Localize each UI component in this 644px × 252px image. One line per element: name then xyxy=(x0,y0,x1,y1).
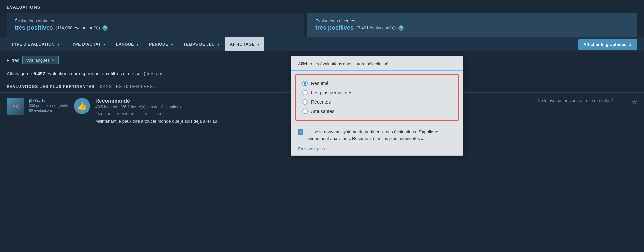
recent-review-box: Évaluations récentes : très positives (3… xyxy=(307,13,637,37)
option-amusantes-label: Amusantes xyxy=(311,109,334,114)
reviews-section-title: ÉVALUATIONS LES PLUS PERTINENTES xyxy=(7,84,95,89)
dropdown-checkbox-section: ✓ Utilise le nouveau système de pertinen… xyxy=(291,126,463,144)
filter-btn-affichage[interactable]: AFFICHAGE ▼ xyxy=(225,37,264,51)
review-thumb-icon: 👍 xyxy=(74,98,90,114)
reviewer-reviews: 89 évaluations xyxy=(29,108,69,112)
recent-review-count: (3,491 évaluation(s)) xyxy=(356,25,396,30)
global-review-value: très positives (174,068 évaluation(s)) ? xyxy=(15,25,296,31)
count-suffix: évaluations correspondant aux filtres ci… xyxy=(45,71,147,76)
dropdown-options: Résumé Les plus pertinentes Récentes Amu… xyxy=(295,74,459,121)
filter-btn-type-eval[interactable]: TYPE D'ÉVALUATION ▼ xyxy=(7,37,64,51)
checkbox-pertinence-text: Utilise le nouveau système de pertinence… xyxy=(306,129,456,142)
filter-btn-periode-label: PÉRIODE xyxy=(149,42,168,47)
global-review-positive: très positives xyxy=(15,25,53,31)
chevron-down-icon: ▼ xyxy=(217,43,220,46)
recent-review-label: Évaluations récentes : xyxy=(315,18,629,23)
filter-tag-langues-label: Vos langues xyxy=(26,58,50,63)
chevron-down-icon: ▼ xyxy=(57,43,60,46)
show-graph-label: Afficher le graphique xyxy=(584,42,626,47)
reviewer-avatar: 🎮 xyxy=(7,98,24,115)
dropdown-option-recentes[interactable]: Récentes xyxy=(302,97,451,107)
reviewer-info: j9r7s.ttv 236 produits enregistrés 89 év… xyxy=(29,98,69,125)
radio-amusantes xyxy=(302,109,308,114)
filter-btn-temps-jeu-label: TEMPS DE JEU xyxy=(183,42,215,47)
show-graph-button[interactable]: Afficher le graphique ⤓ xyxy=(578,39,637,50)
filter-btn-affichage-label: AFFICHAGE xyxy=(230,42,255,47)
radio-recentes xyxy=(302,99,308,105)
affichage-dropdown: Afficher les évaluations dans l'ordre sé… xyxy=(291,56,463,156)
global-review-box: Évaluations globales : très positives (1… xyxy=(7,13,304,37)
review-summary-row: Évaluations globales : très positives (1… xyxy=(0,13,644,37)
option-resume-label: Résumé xyxy=(311,81,328,86)
reviewer-products: 236 produits enregistrés xyxy=(29,104,69,108)
global-review-label: Évaluations globales : xyxy=(15,18,296,23)
dropdown-option-amusantes[interactable]: Amusantes xyxy=(302,107,451,116)
dropdown-option-resume[interactable]: Résumé xyxy=(302,79,451,88)
count-prefix: Affichage de xyxy=(7,71,33,76)
radio-pertinentes xyxy=(302,90,308,95)
filter-btn-type-achat-label: TYPE D'ACHAT xyxy=(70,42,101,47)
graph-icon: ⤓ xyxy=(628,42,632,47)
global-review-count: (174,068 évaluation(s)) xyxy=(56,25,100,30)
chevron-down-icon: ▼ xyxy=(257,43,260,46)
section-title: ÉVALUATIONS xyxy=(0,0,644,13)
checkbox-row: ✓ Utilise le nouveau système de pertinen… xyxy=(298,129,456,142)
filter-tag-langues: Vos langues ✕ xyxy=(22,56,59,64)
filter-btn-type-achat[interactable]: TYPE D'ACHAT ▼ xyxy=(65,37,111,51)
reviews-section-subtitle: DANS LES 30 DERNIERS J xyxy=(100,84,157,89)
option-recentes-label: Récentes xyxy=(311,99,331,105)
dropdown-header: Afficher les évaluations dans l'ordre sé… xyxy=(291,56,463,71)
count-number: 5,497 xyxy=(33,71,45,76)
review-right-panel: ☆ Cette évaluation vous a-t-elle été uti… xyxy=(532,98,637,125)
recent-review-value: très positives (3,491 évaluation(s)) ? xyxy=(315,25,629,31)
review-helpfulness: Cette évaluation vous a-t-elle été utile… xyxy=(537,98,613,103)
filter-bar-right: Afficher le graphique ⤓ xyxy=(578,39,637,50)
filter-btn-periode[interactable]: PÉRIODE ▼ xyxy=(144,37,178,51)
filters-label: Filtres xyxy=(7,58,19,63)
filter-btn-type-eval-label: TYPE D'ÉVALUATION xyxy=(11,42,55,47)
chevron-down-icon: ▼ xyxy=(170,43,174,46)
dropdown-divider xyxy=(291,124,463,124)
recent-review-help-icon[interactable]: ? xyxy=(398,25,404,31)
star-button[interactable]: ☆ xyxy=(631,98,637,106)
chevron-down-icon: ▼ xyxy=(136,43,139,46)
learn-more-link[interactable]: En savoir plus xyxy=(291,144,463,155)
count-link[interactable]: très pos xyxy=(147,71,163,76)
global-review-help-icon[interactable]: ? xyxy=(102,25,108,31)
reviewer-name[interactable]: j9r7s.ttv xyxy=(29,98,69,103)
filter-btn-langue-label: LANGUE xyxy=(116,42,134,47)
option-pertinentes-label: Les plus pertinentes xyxy=(311,90,352,95)
filter-tag-close-icon[interactable]: ✕ xyxy=(52,58,55,63)
checkbox-pertinence[interactable]: ✓ xyxy=(298,129,303,135)
filter-btn-temps-jeu[interactable]: TEMPS DE JEU ▼ xyxy=(179,37,224,51)
filter-btn-langue[interactable]: LANGUE ▼ xyxy=(111,37,144,51)
recent-review-positive: très positives xyxy=(315,25,354,31)
radio-resume xyxy=(302,81,308,86)
dropdown-option-pertinentes[interactable]: Les plus pertinentes xyxy=(302,88,451,97)
filter-bar: TYPE D'ÉVALUATION ▼ TYPE D'ACHAT ▼ LANGU… xyxy=(0,37,644,51)
chevron-down-icon: ▼ xyxy=(103,43,106,46)
